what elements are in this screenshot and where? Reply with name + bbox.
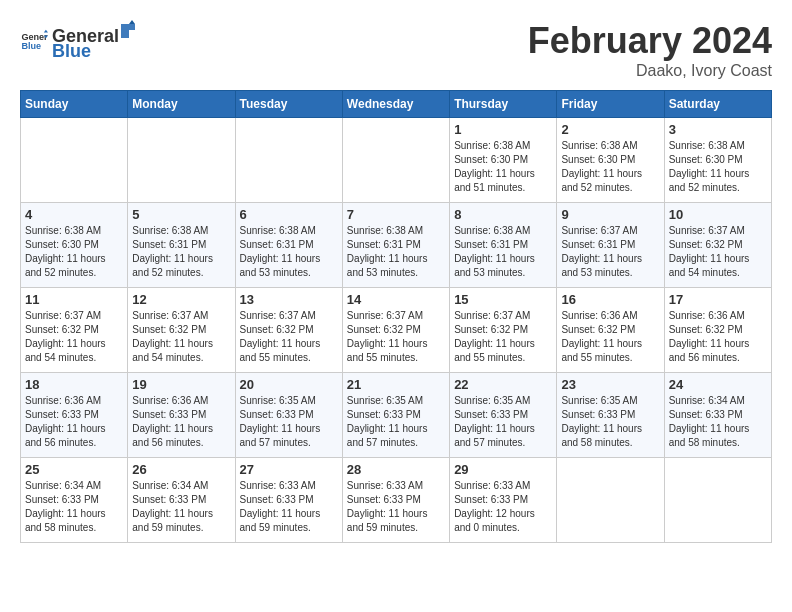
table-row: 18Sunrise: 6:36 AMSunset: 6:33 PMDayligh… — [21, 373, 128, 458]
day-number: 3 — [669, 122, 767, 137]
day-number: 22 — [454, 377, 552, 392]
header-wednesday: Wednesday — [342, 91, 449, 118]
logo-icon: General Blue — [20, 27, 48, 55]
calendar-title: February 2024 — [528, 20, 772, 62]
day-number: 20 — [240, 377, 338, 392]
table-row: 10Sunrise: 6:37 AMSunset: 6:32 PMDayligh… — [664, 203, 771, 288]
day-info: Sunrise: 6:37 AMSunset: 6:32 PMDaylight:… — [347, 309, 445, 365]
calendar-table: Sunday Monday Tuesday Wednesday Thursday… — [20, 90, 772, 543]
table-row: 20Sunrise: 6:35 AMSunset: 6:33 PMDayligh… — [235, 373, 342, 458]
table-row: 12Sunrise: 6:37 AMSunset: 6:32 PMDayligh… — [128, 288, 235, 373]
table-row: 6Sunrise: 6:38 AMSunset: 6:31 PMDaylight… — [235, 203, 342, 288]
table-row: 7Sunrise: 6:38 AMSunset: 6:31 PMDaylight… — [342, 203, 449, 288]
day-number: 14 — [347, 292, 445, 307]
table-row — [21, 118, 128, 203]
table-row — [557, 458, 664, 543]
day-number: 23 — [561, 377, 659, 392]
days-header-row: Sunday Monday Tuesday Wednesday Thursday… — [21, 91, 772, 118]
table-row: 21Sunrise: 6:35 AMSunset: 6:33 PMDayligh… — [342, 373, 449, 458]
day-info: Sunrise: 6:36 AMSunset: 6:33 PMDaylight:… — [132, 394, 230, 450]
day-info: Sunrise: 6:38 AMSunset: 6:31 PMDaylight:… — [132, 224, 230, 280]
day-info: Sunrise: 6:38 AMSunset: 6:31 PMDaylight:… — [347, 224, 445, 280]
day-info: Sunrise: 6:34 AMSunset: 6:33 PMDaylight:… — [669, 394, 767, 450]
table-row: 14Sunrise: 6:37 AMSunset: 6:32 PMDayligh… — [342, 288, 449, 373]
day-number: 25 — [25, 462, 123, 477]
table-row: 25Sunrise: 6:34 AMSunset: 6:33 PMDayligh… — [21, 458, 128, 543]
day-info: Sunrise: 6:36 AMSunset: 6:32 PMDaylight:… — [669, 309, 767, 365]
table-row: 13Sunrise: 6:37 AMSunset: 6:32 PMDayligh… — [235, 288, 342, 373]
table-row — [342, 118, 449, 203]
day-number: 13 — [240, 292, 338, 307]
day-info: Sunrise: 6:35 AMSunset: 6:33 PMDaylight:… — [240, 394, 338, 450]
day-info: Sunrise: 6:33 AMSunset: 6:33 PMDaylight:… — [347, 479, 445, 535]
day-info: Sunrise: 6:38 AMSunset: 6:30 PMDaylight:… — [25, 224, 123, 280]
table-row: 23Sunrise: 6:35 AMSunset: 6:33 PMDayligh… — [557, 373, 664, 458]
day-number: 5 — [132, 207, 230, 222]
svg-text:General: General — [21, 32, 48, 42]
day-info: Sunrise: 6:35 AMSunset: 6:33 PMDaylight:… — [454, 394, 552, 450]
header-saturday: Saturday — [664, 91, 771, 118]
svg-marker-4 — [121, 24, 135, 38]
header-tuesday: Tuesday — [235, 91, 342, 118]
logo-arrow-icon — [119, 20, 137, 42]
day-info: Sunrise: 6:36 AMSunset: 6:33 PMDaylight:… — [25, 394, 123, 450]
day-number: 9 — [561, 207, 659, 222]
day-number: 10 — [669, 207, 767, 222]
day-info: Sunrise: 6:37 AMSunset: 6:32 PMDaylight:… — [669, 224, 767, 280]
table-row: 27Sunrise: 6:33 AMSunset: 6:33 PMDayligh… — [235, 458, 342, 543]
table-row: 3Sunrise: 6:38 AMSunset: 6:30 PMDaylight… — [664, 118, 771, 203]
day-info: Sunrise: 6:38 AMSunset: 6:31 PMDaylight:… — [240, 224, 338, 280]
svg-text:Blue: Blue — [21, 41, 41, 51]
day-info: Sunrise: 6:33 AMSunset: 6:33 PMDaylight:… — [240, 479, 338, 535]
day-info: Sunrise: 6:38 AMSunset: 6:30 PMDaylight:… — [454, 139, 552, 195]
day-number: 15 — [454, 292, 552, 307]
table-row: 1Sunrise: 6:38 AMSunset: 6:30 PMDaylight… — [450, 118, 557, 203]
table-row: 8Sunrise: 6:38 AMSunset: 6:31 PMDaylight… — [450, 203, 557, 288]
table-row: 19Sunrise: 6:36 AMSunset: 6:33 PMDayligh… — [128, 373, 235, 458]
day-number: 4 — [25, 207, 123, 222]
calendar-week-row: 1Sunrise: 6:38 AMSunset: 6:30 PMDaylight… — [21, 118, 772, 203]
day-number: 1 — [454, 122, 552, 137]
day-number: 11 — [25, 292, 123, 307]
day-info: Sunrise: 6:37 AMSunset: 6:31 PMDaylight:… — [561, 224, 659, 280]
header: General Blue General Blue February 2024 … — [20, 20, 772, 80]
day-number: 27 — [240, 462, 338, 477]
table-row: 22Sunrise: 6:35 AMSunset: 6:33 PMDayligh… — [450, 373, 557, 458]
table-row: 2Sunrise: 6:38 AMSunset: 6:30 PMDaylight… — [557, 118, 664, 203]
table-row: 24Sunrise: 6:34 AMSunset: 6:33 PMDayligh… — [664, 373, 771, 458]
day-number: 19 — [132, 377, 230, 392]
table-row: 4Sunrise: 6:38 AMSunset: 6:30 PMDaylight… — [21, 203, 128, 288]
day-info: Sunrise: 6:34 AMSunset: 6:33 PMDaylight:… — [132, 479, 230, 535]
title-area: February 2024 Daako, Ivory Coast — [528, 20, 772, 80]
day-info: Sunrise: 6:37 AMSunset: 6:32 PMDaylight:… — [132, 309, 230, 365]
header-sunday: Sunday — [21, 91, 128, 118]
day-number: 29 — [454, 462, 552, 477]
day-number: 26 — [132, 462, 230, 477]
day-number: 28 — [347, 462, 445, 477]
svg-marker-5 — [129, 20, 135, 24]
day-number: 8 — [454, 207, 552, 222]
table-row: 15Sunrise: 6:37 AMSunset: 6:32 PMDayligh… — [450, 288, 557, 373]
table-row: 5Sunrise: 6:38 AMSunset: 6:31 PMDaylight… — [128, 203, 235, 288]
calendar-week-row: 18Sunrise: 6:36 AMSunset: 6:33 PMDayligh… — [21, 373, 772, 458]
table-row: 26Sunrise: 6:34 AMSunset: 6:33 PMDayligh… — [128, 458, 235, 543]
calendar-week-row: 11Sunrise: 6:37 AMSunset: 6:32 PMDayligh… — [21, 288, 772, 373]
day-info: Sunrise: 6:38 AMSunset: 6:30 PMDaylight:… — [669, 139, 767, 195]
day-number: 2 — [561, 122, 659, 137]
day-number: 18 — [25, 377, 123, 392]
table-row: 11Sunrise: 6:37 AMSunset: 6:32 PMDayligh… — [21, 288, 128, 373]
calendar-week-row: 4Sunrise: 6:38 AMSunset: 6:30 PMDaylight… — [21, 203, 772, 288]
table-row — [235, 118, 342, 203]
day-number: 12 — [132, 292, 230, 307]
table-row: 17Sunrise: 6:36 AMSunset: 6:32 PMDayligh… — [664, 288, 771, 373]
day-info: Sunrise: 6:38 AMSunset: 6:30 PMDaylight:… — [561, 139, 659, 195]
day-info: Sunrise: 6:37 AMSunset: 6:32 PMDaylight:… — [454, 309, 552, 365]
day-number: 17 — [669, 292, 767, 307]
day-number: 21 — [347, 377, 445, 392]
day-info: Sunrise: 6:35 AMSunset: 6:33 PMDaylight:… — [561, 394, 659, 450]
calendar-week-row: 25Sunrise: 6:34 AMSunset: 6:33 PMDayligh… — [21, 458, 772, 543]
logo: General Blue General Blue — [20, 20, 137, 62]
day-info: Sunrise: 6:34 AMSunset: 6:33 PMDaylight:… — [25, 479, 123, 535]
calendar-subtitle: Daako, Ivory Coast — [528, 62, 772, 80]
table-row — [128, 118, 235, 203]
